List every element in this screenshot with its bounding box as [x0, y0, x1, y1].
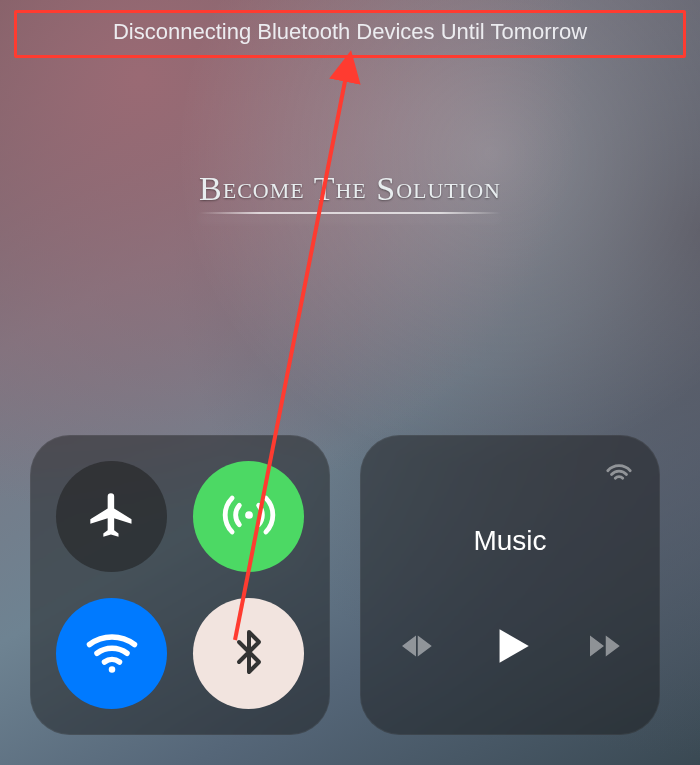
bluetooth-icon: [225, 628, 273, 680]
wifi-icon: [82, 622, 142, 686]
svg-point-1: [108, 666, 115, 673]
music-panel[interactable]: Music: [360, 435, 660, 735]
svg-point-0: [245, 511, 253, 519]
previous-track-button[interactable]: [395, 625, 437, 671]
airplay-icon[interactable]: [604, 457, 634, 491]
play-button[interactable]: [485, 621, 535, 675]
cellular-data-button[interactable]: [193, 461, 304, 572]
connectivity-panel[interactable]: [30, 435, 330, 735]
cellular-antenna-icon: [220, 486, 278, 548]
control-center-screen: Disconnecting Bluetooth Devices Until To…: [0, 0, 700, 765]
next-track-button[interactable]: [583, 625, 625, 671]
wifi-button[interactable]: [56, 598, 167, 709]
watermark-logo: BECOME THE SOLUTION: [0, 170, 700, 214]
airplane-mode-button[interactable]: [56, 461, 167, 572]
banner-highlight-box: Disconnecting Bluetooth Devices Until To…: [0, 0, 700, 70]
airplane-icon: [86, 489, 138, 545]
status-banner: Disconnecting Bluetooth Devices Until To…: [14, 10, 686, 58]
control-center-panels: Music: [30, 435, 660, 735]
transport-controls: [395, 621, 625, 675]
bluetooth-button[interactable]: [193, 598, 304, 709]
status-banner-text: Disconnecting Bluetooth Devices Until To…: [113, 19, 587, 44]
music-title: Music: [473, 525, 546, 557]
